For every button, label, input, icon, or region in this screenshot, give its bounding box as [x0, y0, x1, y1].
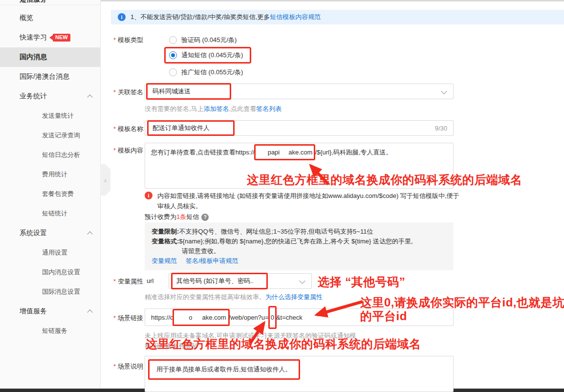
- scene-link-input[interactable]: https://doake.com/web/open?u=0&t=check: [145, 308, 454, 326]
- limit-text: 不支持QQ号、微信号、网址信息;1~35位字符,但电话号码支持5~11位: [179, 228, 373, 235]
- sidebar-item-label: 发送量统计: [42, 111, 74, 120]
- helper-text: 没有需要的签名,马上: [145, 105, 204, 112]
- sidebar-item-9[interactable]: 套餐包资费: [0, 184, 100, 204]
- sidebar-item-10[interactable]: 短链统计: [0, 204, 100, 223]
- content-url-mid: papi: [268, 149, 280, 156]
- scene-url-p3: ake.com: [202, 314, 226, 321]
- sidebar-item-label: 短链统计: [42, 209, 67, 218]
- template-content-spec-link[interactable]: 短信模板内容规范: [270, 13, 321, 22]
- redacted-domain-segment: [192, 315, 202, 320]
- field-label-signature: *关联签名: [113, 88, 143, 97]
- info-icon: i: [118, 13, 126, 21]
- sidebar-item-label: 国内消息: [20, 53, 47, 62]
- template-name-input[interactable]: 配送订单通知收件人 9/30: [145, 120, 454, 136]
- sidebar-item-label: 快速学习: [20, 33, 47, 42]
- sidebar-item-label: 费用统计: [42, 170, 67, 179]
- scene-desc-textarea[interactable]: 用于接单员接单后或者取件后,短信通知收件人。: [145, 356, 454, 392]
- required-mark: *: [113, 278, 116, 285]
- red-highlight-box: papiake.com: [254, 144, 316, 160]
- scene-link-text: https://doake.com/web/open?u=0&t=check: [151, 313, 303, 322]
- helper-text: ,点此查看: [229, 105, 257, 112]
- field-label-template-content: *模板内容: [113, 146, 143, 155]
- label-text: 关联签名: [118, 88, 143, 96]
- platform-id-highlight-box: 0: [268, 306, 277, 329]
- sidebar-item-label: 系统设置: [20, 229, 47, 238]
- sidebar-item-12[interactable]: 通用设置: [0, 243, 100, 262]
- sidebar-item-2[interactable]: 国内消息: [0, 47, 100, 67]
- red-highlight-box: 其他号码 (如订单号、密码..: [171, 273, 268, 289]
- scene-url-p1: https://d: [151, 314, 174, 321]
- field-label-template-type: *模板类型: [113, 36, 143, 44]
- signature-list-link[interactable]: 签名列表: [256, 105, 282, 112]
- variable-format-line: 变量格式:${name};例如,尊敬的 ${name},您的快递已飞奔在路上,将…: [152, 237, 447, 246]
- sidebar-item-label: 短信日志分析: [42, 151, 80, 159]
- help-icon[interactable]: ?: [201, 214, 209, 221]
- sidebar-item-15[interactable]: 增值服务: [0, 302, 100, 321]
- variable-attr-value: 其他号码 (如订单号、密码..: [176, 277, 254, 284]
- variable-spec-link[interactable]: 变量规范: [152, 257, 177, 264]
- fee-estimate: 预计收费为1条短信 ?: [145, 213, 209, 221]
- sidebar-item-1[interactable]: 快速学习NEW: [0, 28, 100, 47]
- red-highlight-box: oake.com: [173, 309, 229, 326]
- collapse-panel-handle[interactable]: ‹: [100, 164, 110, 196]
- content-url-var: /${url}: [315, 149, 331, 156]
- red-highlight-box: 用于接单员接单后或者取件后,短信通知收件人。: [148, 359, 300, 380]
- redacted-domain-segment: [280, 150, 288, 155]
- sidebar-item-14[interactable]: 国际消息设置: [0, 282, 100, 302]
- required-mark: *: [113, 314, 116, 322]
- sidebar-item-8[interactable]: 费用统计: [0, 165, 100, 184]
- sidebar-item-4[interactable]: 业务统计: [0, 87, 100, 106]
- chevron-up-icon[interactable]: [87, 309, 92, 315]
- sidebar-item-5[interactable]: 发送量统计: [0, 106, 100, 126]
- sidebar-item-0[interactable]: 概览: [0, 8, 100, 28]
- label-text: 模板名称: [118, 125, 143, 132]
- radio-selected-icon: [169, 51, 177, 59]
- radio-icon: [169, 36, 177, 44]
- sidebar-item-label: 套餐包资费: [42, 190, 74, 198]
- chevron-up-icon[interactable]: [87, 94, 92, 100]
- apply-spec-link[interactable]: 签名/模板申请规范: [186, 257, 239, 264]
- sidebar-item-13[interactable]: 国内消息设置: [0, 262, 100, 282]
- sidebar-header-clipped: 短信服务: [0, 0, 100, 5]
- radio-option-notification-sms[interactable]: 通知短信 (0.045元/条): [164, 47, 251, 64]
- variable-limit-line: 变量限制:不支持QQ号、微信号、网址信息;1~35位字符,但电话号码支持5~11…: [152, 227, 447, 237]
- sidebar-item-16[interactable]: 短链服务: [0, 321, 100, 341]
- required-mark: *: [113, 125, 116, 132]
- signature-select[interactable]: 码科同城速送: [145, 84, 454, 99]
- label-text: 模板类型: [118, 36, 143, 44]
- variable-format-cont: 请留意查收。: [152, 246, 447, 256]
- radio-option-verification-code[interactable]: 验证码 (0.045元/条): [169, 36, 237, 44]
- add-signature-link[interactable]: 添加签名: [204, 105, 229, 112]
- sidebar: 短信服务 概览快速学习NEW国内消息国际/港澳台消息业务统计发送量统计发送记录查…: [0, 0, 101, 388]
- link-note-text: 内容如需链接,请将链接地址 (如链接有变量请使用拼接地址如www.alidayu…: [157, 191, 462, 211]
- sidebar-item-11[interactable]: 系统设置: [0, 223, 100, 243]
- alert-info-icon: i: [145, 192, 152, 199]
- sidebar-item-label: 业务统计: [20, 92, 47, 101]
- sidebar-item-7[interactable]: 短信日志分析: [0, 145, 100, 165]
- chevron-down-icon: [441, 88, 447, 94]
- signature-value: 码科同城速送: [152, 87, 191, 95]
- why-variable-attr-link[interactable]: 为什么选择变量属性: [265, 293, 323, 301]
- template-name-value: 配送订单通知收件人: [152, 124, 210, 131]
- required-mark: *: [113, 147, 116, 154]
- variable-attr-helper: 精准选择对应的变量属性将提高审核效率。为什么选择变量属性: [145, 293, 323, 302]
- top-divider: [101, 0, 564, 1]
- label-text: 模板内容: [118, 147, 143, 154]
- radio-label: 验证码 (0.045元/条): [181, 36, 237, 44]
- annotation-platform-id-2: 的平台id: [360, 308, 407, 324]
- sidebar-item-label: 概览: [20, 14, 33, 22]
- sidebar-item-6[interactable]: 发送记录查询: [0, 126, 100, 145]
- red-highlight-box: 配送订单通知收件人: [147, 120, 235, 136]
- label-text: 场景说明: [118, 363, 143, 370]
- sidebar-item-label: 国际消息设置: [42, 287, 80, 296]
- chevron-up-icon[interactable]: [87, 231, 92, 237]
- sidebar-menu: 概览快速学习NEW国内消息国际/港澳台消息业务统计发送量统计发送记录查询短信日志…: [0, 8, 100, 341]
- chevron-down-icon: [299, 278, 305, 284]
- sidebar-item-3[interactable]: 国际/港澳台消息: [0, 67, 100, 87]
- signature-helper: 没有需要的签名,马上添加签名,点此查看签名列表: [145, 105, 282, 113]
- radio-option-promo-sms[interactable]: 推广短信 (0.055元/条): [169, 68, 243, 77]
- sidebar-item-label: 国际/港澳台消息: [20, 72, 69, 81]
- variable-attr-select[interactable]: 其他号码 (如订单号、密码..: [169, 273, 312, 289]
- redacted-domain-segment: [257, 150, 268, 155]
- content-url-scheme: https://: [236, 149, 255, 156]
